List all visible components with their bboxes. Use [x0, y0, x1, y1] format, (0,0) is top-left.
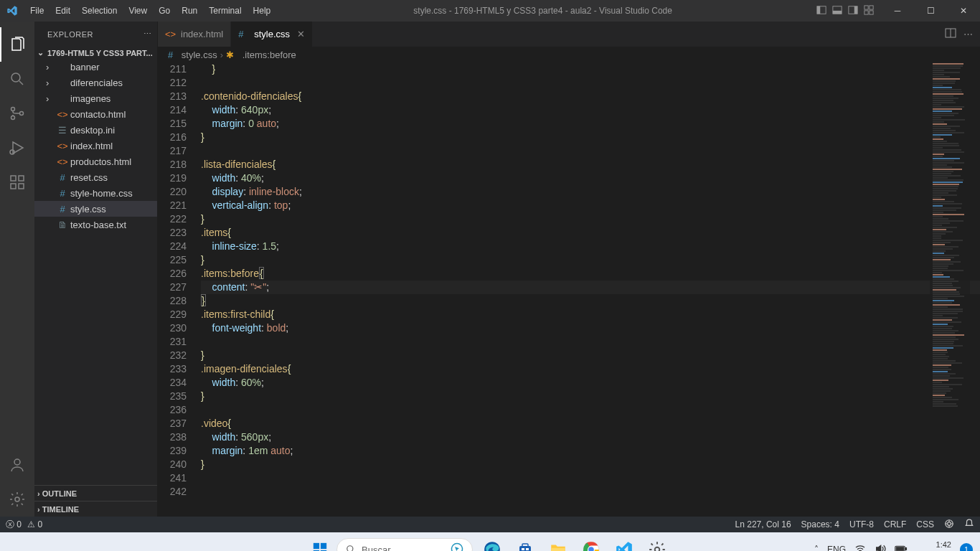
taskbar-search[interactable]: Buscar: [336, 538, 473, 551]
tab-index-html[interactable]: <>index.html: [158, 22, 231, 47]
menu-view[interactable]: View: [123, 6, 153, 16]
file-tree: ›banner›diferenciales›imagenes<>contacto…: [34, 59, 157, 485]
start-button[interactable]: [309, 539, 331, 551]
svg-rect-16: [11, 184, 16, 189]
indent-status[interactable]: Spaces: 4: [801, 519, 839, 529]
search-icon: [346, 545, 356, 551]
encoding-status[interactable]: UTF-8: [849, 519, 874, 529]
file-texto-base-txt[interactable]: 🗎texto-base.txt: [34, 217, 157, 232]
menu-file[interactable]: File: [24, 6, 50, 16]
file-reset-css[interactable]: #reset.css: [34, 169, 157, 185]
file-productos-html[interactable]: <>productos.html: [34, 154, 157, 169]
editor: <>index.html#style.css✕ ⋯ # style.css › …: [158, 22, 980, 517]
editor-tabs: <>index.html#style.css✕ ⋯: [158, 22, 980, 47]
outline-section[interactable]: › OUTLINE: [34, 485, 157, 501]
file-imagenes[interactable]: ›imagenes: [34, 90, 157, 106]
activity-bar: [0, 22, 34, 517]
source-control-icon[interactable]: [0, 96, 34, 131]
wifi-icon[interactable]: [854, 543, 866, 552]
eol-status[interactable]: CRLF: [884, 519, 906, 529]
close-button[interactable]: ✕: [947, 0, 980, 22]
svg-rect-18: [19, 176, 24, 181]
svg-rect-33: [522, 544, 528, 547]
file-index-html[interactable]: <>index.html: [34, 138, 157, 154]
sidebar-more-icon[interactable]: ⋯: [143, 29, 152, 39]
volume-icon[interactable]: [875, 543, 886, 552]
svg-rect-34: [522, 548, 524, 550]
menu-edit[interactable]: Edit: [50, 6, 76, 16]
svg-rect-46: [905, 547, 907, 550]
svg-point-13: [20, 112, 24, 116]
tab-style-css[interactable]: #style.css✕: [231, 22, 313, 47]
settings-taskbar-icon[interactable]: [644, 536, 671, 551]
close-icon[interactable]: ✕: [297, 29, 305, 39]
tray-chevron-icon[interactable]: ˄: [814, 545, 819, 551]
menu-selection[interactable]: Selection: [76, 6, 123, 16]
file-desktop-ini[interactable]: ☰desktop.ini: [34, 122, 157, 138]
taskbar-clock[interactable]: 1:42 28/5/2023: [916, 540, 951, 551]
file-style-css[interactable]: #style.css: [34, 201, 157, 217]
menu-run[interactable]: Run: [176, 6, 203, 16]
extensions-icon[interactable]: [0, 165, 34, 199]
svg-rect-7: [870, 5, 873, 9]
svg-rect-47: [896, 547, 904, 550]
menu-terminal[interactable]: Terminal: [203, 6, 247, 16]
timeline-section[interactable]: › TIMELINE: [34, 501, 157, 517]
folder-name: 1769-HTML5 Y CSS3 PART...: [47, 49, 153, 57]
bing-chat-icon: [451, 542, 463, 552]
file-banner[interactable]: ›banner: [34, 59, 157, 75]
svg-point-29: [347, 546, 353, 551]
sidebar: EXPLORER ⋯ ⌄ 1769-HTML5 Y CSS3 PART... ›…: [34, 22, 158, 517]
more-actions-icon[interactable]: ⋯: [963, 29, 973, 39]
debug-icon[interactable]: [0, 131, 34, 165]
menu-go[interactable]: Go: [153, 6, 176, 16]
explorer-icon[interactable]: [0, 27, 34, 62]
language-status[interactable]: CSS: [916, 519, 934, 529]
svg-rect-35: [526, 548, 529, 550]
system-tray: ˄ ENG 1:42 28/5/2023 1: [814, 540, 973, 551]
file-explorer-icon[interactable]: [545, 536, 572, 551]
svg-rect-17: [19, 184, 24, 189]
battery-icon[interactable]: [895, 543, 908, 552]
window-title: style.css - 1769-HTML5 y CSS3 parte4 - a…: [276, 6, 809, 16]
panel-bottom-icon[interactable]: [832, 5, 842, 17]
errors-count[interactable]: ⓧ 0: [6, 519, 22, 531]
minimap[interactable]: [930, 62, 970, 517]
folder-header[interactable]: ⌄ 1769-HTML5 Y CSS3 PART...: [34, 47, 157, 59]
search-icon[interactable]: [0, 62, 34, 96]
file-style-home-css[interactable]: #style-home.css: [34, 185, 157, 201]
feedback-icon[interactable]: [944, 519, 954, 531]
warnings-count[interactable]: ⚠ 0: [27, 519, 42, 529]
cursor-position[interactable]: Ln 227, Col 16: [735, 519, 791, 529]
svg-rect-8: [864, 10, 868, 14]
tray-language[interactable]: ENG: [827, 545, 846, 551]
store-icon[interactable]: [512, 536, 539, 551]
menu-help[interactable]: Help: [248, 6, 277, 16]
svg-point-14: [10, 150, 14, 154]
panel-right-icon[interactable]: [848, 5, 858, 17]
svg-rect-38: [551, 548, 565, 551]
file-contacto-html[interactable]: <>contacto.html: [34, 106, 157, 122]
svg-rect-26: [321, 543, 326, 549]
svg-point-43: [655, 547, 660, 551]
chrome-icon[interactable]: [578, 536, 605, 551]
code-editor[interactable]: 2112122132142152162172182192202212222232…: [158, 62, 980, 517]
accounts-icon[interactable]: [0, 448, 34, 482]
vscode-taskbar-icon[interactable]: [611, 536, 638, 551]
minimize-button[interactable]: ─: [881, 0, 914, 22]
breadcrumbs[interactable]: # style.css › ✱ .items:before: [158, 47, 980, 62]
customize-layout-icon[interactable]: [864, 5, 874, 17]
maximize-button[interactable]: ☐: [914, 0, 947, 22]
svg-point-24: [948, 522, 951, 525]
notifications-icon[interactable]: [964, 519, 974, 531]
split-editor-icon[interactable]: [945, 27, 956, 41]
notification-badge[interactable]: 1: [960, 543, 973, 551]
settings-gear-icon[interactable]: [0, 482, 34, 517]
svg-rect-1: [817, 6, 820, 14]
file-diferenciales[interactable]: ›diferenciales: [34, 75, 157, 90]
panel-left-icon[interactable]: [816, 5, 826, 17]
svg-point-11: [11, 108, 15, 111]
edge-icon[interactable]: [479, 536, 506, 551]
svg-point-10: [11, 73, 20, 82]
layout-controls[interactable]: [809, 5, 881, 17]
